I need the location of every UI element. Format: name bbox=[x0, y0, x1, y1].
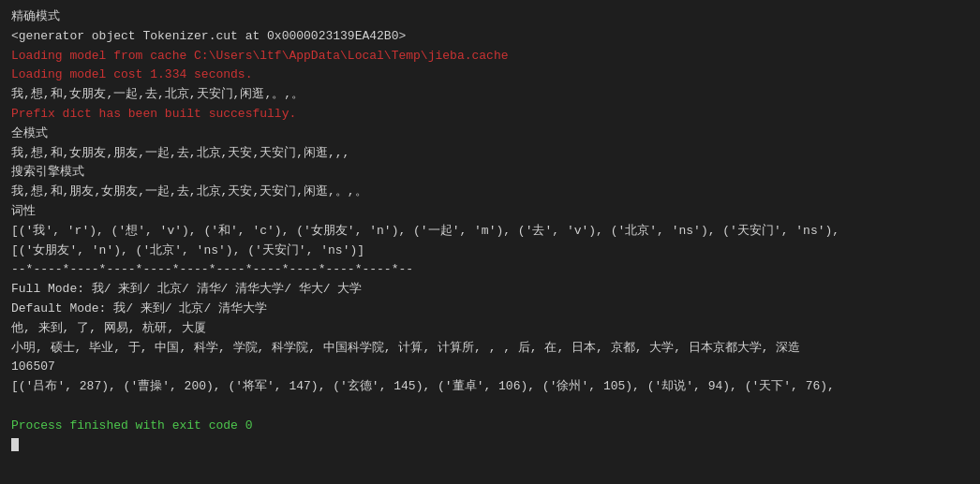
output-line-9: 搜索引擎模式 bbox=[11, 163, 969, 183]
output-line-20: [('吕布', 287), ('曹操', 200), ('将军', 147), … bbox=[11, 377, 969, 397]
output-line-1: 精确模式 bbox=[11, 7, 969, 27]
output-line-14: --*----*----*----*----*----*----*----*--… bbox=[11, 260, 969, 280]
output-line-13: [('女朋友', 'n'), ('北京', 'ns'), ('天安门', 'ns… bbox=[11, 242, 969, 261]
output-line-15: Full Mode: 我/ 来到/ 北京/ 清华/ 清华大学/ 华大/ 大学 bbox=[11, 280, 969, 300]
output-line-8: 我,想,和,女朋友,朋友,一起,去,北京,天安,天安门,闲逛,,, bbox=[11, 144, 969, 164]
output-line-4: Loading model cost 1.334 seconds. bbox=[11, 66, 969, 85]
output-line-11: 词性 bbox=[11, 202, 969, 222]
output-line-7: 全模式 bbox=[11, 125, 969, 144]
console-output: 精确模式 <generator object Tokenizer.cut at … bbox=[0, 0, 980, 484]
empty-line bbox=[11, 397, 969, 417]
output-line-5: 我,想,和,女朋友,一起,去,北京,天安门,闲逛,。,。 bbox=[11, 85, 969, 105]
output-line-6: Prefix dict has been built succesfully. bbox=[11, 105, 969, 125]
output-line-3: Loading model from cache C:\Users\ltf\Ap… bbox=[11, 47, 969, 66]
cursor-line bbox=[11, 436, 969, 456]
output-line-19: 106507 bbox=[11, 358, 969, 377]
output-line-22: Process finished with exit code 0 bbox=[11, 417, 969, 436]
output-line-17: 他, 来到, 了, 网易, 杭研, 大厦 bbox=[11, 319, 969, 339]
output-line-2: <generator object Tokenizer.cut at 0x000… bbox=[11, 27, 969, 47]
output-line-16: Default Mode: 我/ 来到/ 北京/ 清华大学 bbox=[11, 300, 969, 319]
output-line-18: 小明, 硕士, 毕业, 于, 中国, 科学, 学院, 科学院, 中国科学院, 计… bbox=[11, 339, 969, 359]
terminal-cursor bbox=[11, 438, 19, 451]
output-line-10: 我,想,和,朋友,女朋友,一起,去,北京,天安,天安门,闲逛,。,。 bbox=[11, 183, 969, 202]
output-line-12: [('我', 'r'), ('想', 'v'), ('和', 'c'), ('女… bbox=[11, 222, 969, 242]
